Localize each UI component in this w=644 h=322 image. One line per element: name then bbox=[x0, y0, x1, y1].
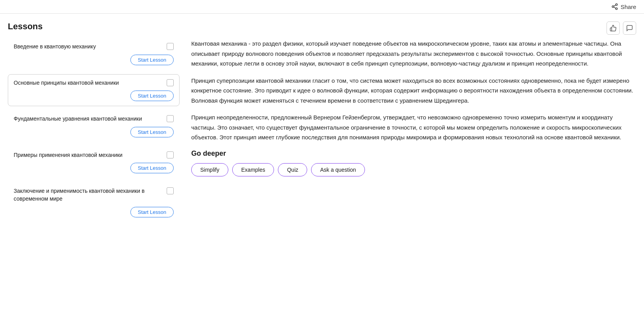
share-button[interactable]: Share bbox=[611, 3, 636, 10]
lesson-name-4: Примеры применения квантовой механики bbox=[14, 151, 167, 159]
lesson-item-1: Введение в квантовую механику Start Less… bbox=[8, 38, 180, 70]
share-icon bbox=[611, 3, 618, 10]
lesson-item-5: Заключение и применимость квантовой меха… bbox=[8, 182, 180, 222]
lesson-checkbox-2[interactable] bbox=[167, 79, 174, 86]
lesson-checkbox-3[interactable] bbox=[167, 115, 174, 122]
lesson-name-1: Введение в квантовую механику bbox=[14, 43, 167, 51]
svg-point-0 bbox=[616, 4, 617, 6]
lessons-panel: Lessons Введение в квантовую механику St… bbox=[8, 21, 180, 226]
lessons-title: Lessons bbox=[8, 21, 180, 32]
lesson-item-header: Заключение и применимость квантовой меха… bbox=[14, 187, 174, 203]
lesson-item-header: Основные принципы квантовой механики bbox=[14, 79, 174, 87]
lesson-name-5: Заключение и применимость квантовой меха… bbox=[14, 187, 167, 203]
go-deeper-btn-simplify[interactable]: Simplify bbox=[191, 163, 228, 176]
lesson-name-2: Основные принципы квантовой механики bbox=[14, 79, 167, 87]
go-deeper-title: Go deeper bbox=[191, 149, 636, 158]
svg-point-1 bbox=[612, 6, 614, 8]
go-deeper-btn-ask-a-question[interactable]: Ask a question bbox=[311, 163, 365, 176]
start-lesson-button-2[interactable]: Start Lesson bbox=[130, 91, 174, 101]
svg-line-3 bbox=[614, 7, 616, 8]
start-lesson-button-5[interactable]: Start Lesson bbox=[130, 207, 174, 217]
content-actions bbox=[191, 21, 636, 35]
start-lesson-button-3[interactable]: Start Lesson bbox=[130, 127, 174, 137]
svg-point-2 bbox=[616, 8, 617, 10]
lesson-checkbox-4[interactable] bbox=[167, 151, 174, 158]
lesson-item-header: Примеры применения квантовой механики bbox=[14, 151, 174, 159]
content-paragraph: Квантовая механика - это раздел физики, … bbox=[191, 39, 636, 69]
share-label: Share bbox=[621, 4, 636, 10]
thumbs-up-button[interactable] bbox=[607, 21, 620, 35]
go-deeper-btn-examples[interactable]: Examples bbox=[232, 163, 274, 176]
content-text: Квантовая механика - это раздел физики, … bbox=[191, 39, 636, 142]
lesson-item-4: Примеры применения квантовой механики St… bbox=[8, 146, 180, 179]
go-deeper-btn-quiz[interactable]: Quiz bbox=[278, 163, 307, 176]
chat-button[interactable] bbox=[623, 21, 636, 35]
content-paragraph: Принцип неопределенности, предложенный В… bbox=[191, 112, 636, 142]
lesson-checkbox-5[interactable] bbox=[167, 187, 174, 194]
lesson-name-3: Фундаментальные уравнения квантовой меха… bbox=[14, 115, 167, 123]
svg-line-4 bbox=[614, 5, 616, 6]
start-lesson-button-4[interactable]: Start Lesson bbox=[130, 163, 174, 173]
lesson-item-header: Фундаментальные уравнения квантовой меха… bbox=[14, 115, 174, 123]
start-lesson-button-1[interactable]: Start Lesson bbox=[130, 55, 174, 65]
lesson-item-3: Фундаментальные уравнения квантовой меха… bbox=[8, 110, 180, 142]
lessons-list: Введение в квантовую механику Start Less… bbox=[8, 38, 180, 222]
go-deeper-section: Go deeper SimplifyExamplesQuizAsk a ques… bbox=[191, 149, 636, 176]
content-paragraph: Принцип суперпозиции квантовой механики … bbox=[191, 76, 636, 106]
top-bar: Share bbox=[0, 0, 644, 14]
lesson-item-header: Введение в квантовую механику bbox=[14, 43, 174, 51]
chat-icon bbox=[626, 25, 633, 32]
lesson-checkbox-1[interactable] bbox=[167, 43, 174, 50]
go-deeper-buttons: SimplifyExamplesQuizAsk a question bbox=[191, 163, 636, 176]
main-layout: Lessons Введение в квантовую механику St… bbox=[0, 14, 644, 234]
thumbs-up-icon bbox=[610, 25, 617, 32]
lesson-item-2: Основные принципы квантовой механики Sta… bbox=[8, 74, 180, 107]
content-panel: Квантовая механика - это раздел физики, … bbox=[191, 21, 636, 226]
